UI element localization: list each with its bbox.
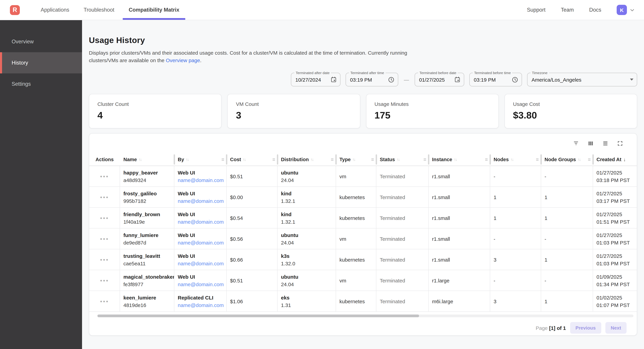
timezone-select[interactable]: Timezone America/Los_Angeles: [527, 73, 637, 86]
column-separator[interactable]: [540, 154, 542, 165]
column-drag-handle-icon[interactable]: =: [536, 157, 539, 162]
row-actions-button[interactable]: ●●●: [89, 187, 120, 207]
docs-link[interactable]: Docs: [589, 7, 601, 13]
tab-troubleshoot[interactable]: Troubleshoot: [76, 0, 122, 20]
column-separator[interactable]: [592, 154, 594, 165]
tab-applications[interactable]: Applications: [34, 0, 76, 20]
overview-page-link[interactable]: Overview page: [166, 57, 200, 63]
page-prefix: Page: [536, 325, 548, 331]
created-by-email-link[interactable]: name@domain.com: [178, 281, 226, 287]
column-header-created-at[interactable]: Created At ↓: [593, 153, 637, 166]
column-drag-handle-icon[interactable]: =: [485, 157, 488, 162]
team-link[interactable]: Team: [561, 7, 574, 13]
distribution-name: kind: [281, 190, 336, 196]
distribution-version: 1.32.0: [281, 260, 336, 266]
sidebar-item-overview[interactable]: Overview: [0, 31, 82, 52]
chevron-down-icon[interactable]: [629, 7, 635, 13]
avatar[interactable]: K: [617, 5, 627, 15]
terminated-before-time-field[interactable]: Terminated before time 03:19 PM: [469, 73, 522, 86]
sort-icon[interactable]: ↑↓: [310, 157, 313, 162]
distribution-name: ubuntu: [281, 232, 336, 238]
columns-icon[interactable]: [588, 140, 594, 146]
horizontal-scrollbar-track[interactable]: [98, 315, 634, 317]
distribution-cell: ubuntu 24.04: [278, 228, 336, 249]
column-header-name[interactable]: Name ↑↓: [120, 153, 174, 166]
column-separator[interactable]: [174, 154, 175, 165]
column-drag-handle-icon[interactable]: =: [331, 157, 334, 162]
stat-cards: Cluster Count 4 VM Count 3 Usage Minutes…: [89, 94, 637, 128]
calendar-icon[interactable]: [454, 76, 460, 83]
distribution-version: 24.04: [281, 177, 336, 183]
filter-icon[interactable]: [573, 140, 579, 146]
tab-compatibility-matrix[interactable]: Compatibility Matrix: [122, 0, 186, 20]
sort-icon[interactable]: ↑↓: [510, 157, 513, 162]
created-by-email-link[interactable]: name@domain.com: [178, 260, 226, 266]
column-drag-handle-icon[interactable]: =: [272, 157, 275, 162]
column-separator[interactable]: [277, 154, 278, 165]
sort-icon[interactable]: ↑↓: [138, 157, 141, 162]
sidebar: Overview History Settings: [0, 20, 82, 349]
stat-label: Cluster Count: [98, 101, 213, 107]
created-by-email-link[interactable]: name@domain.com: [178, 302, 226, 308]
cluster-id: de9ed87d: [124, 240, 174, 245]
density-icon[interactable]: [602, 140, 608, 146]
terminated-after-date-field[interactable]: Terminated after date 10/27/2024: [291, 73, 340, 86]
column-separator[interactable]: [428, 154, 429, 165]
column-header-by[interactable]: By ↑↓ =: [174, 153, 227, 166]
support-link[interactable]: Support: [527, 7, 546, 13]
row-actions-button[interactable]: ●●●: [89, 249, 120, 270]
column-header-distribution[interactable]: Distribution ↑↓ =: [278, 153, 336, 166]
column-header-cost[interactable]: Cost ↑↓ =: [227, 153, 278, 166]
clock-icon[interactable]: [512, 76, 518, 83]
column-drag-handle-icon[interactable]: =: [424, 157, 426, 162]
nodes-cell: 3: [490, 249, 541, 270]
node-groups-cell: -: [541, 166, 593, 186]
column-drag-handle-icon[interactable]: =: [371, 157, 374, 162]
clock-icon[interactable]: [388, 76, 394, 83]
column-header-node-groups[interactable]: Node Groups ↑↓ =: [541, 153, 593, 166]
row-actions-button[interactable]: ●●●: [89, 270, 120, 291]
calendar-icon[interactable]: [330, 76, 337, 83]
sort-icon[interactable]: ↑↓: [578, 157, 580, 162]
terminated-after-time-field[interactable]: Terminated after time 03:19 PM: [346, 73, 398, 86]
row-actions-button[interactable]: ●●●: [89, 166, 120, 186]
by-cell: Web UI name@domain.com: [174, 228, 227, 249]
sidebar-item-history[interactable]: History: [0, 52, 82, 73]
node-groups-cell: 1: [541, 187, 593, 207]
cluster-name: funny_lumiere: [124, 232, 174, 238]
column-drag-handle-icon[interactable]: =: [588, 157, 591, 162]
horizontal-scrollbar-thumb[interactable]: [98, 315, 419, 317]
table-row: ●●● magical_stonebraker fe3f8977 Web UI …: [89, 270, 637, 291]
type-cell: kubernetes: [336, 291, 376, 312]
row-actions-button[interactable]: ●●●: [89, 228, 120, 249]
column-header-instance[interactable]: Instance ↑↓ =: [429, 153, 490, 166]
replicated-logo[interactable]: R: [10, 5, 20, 15]
created-by-email-link[interactable]: name@domain.com: [178, 198, 226, 204]
created-by-email-link[interactable]: name@domain.com: [178, 240, 226, 245]
fullscreen-icon[interactable]: [617, 140, 623, 146]
sort-icon[interactable]: ↑↓: [352, 157, 355, 162]
sort-icon[interactable]: ↑↓: [397, 157, 400, 162]
row-actions-button[interactable]: ●●●: [89, 208, 120, 228]
by-cell: Web UI name@domain.com: [174, 166, 227, 186]
column-separator[interactable]: [226, 154, 227, 165]
column-header-status[interactable]: Status ↑↓ =: [376, 153, 429, 166]
previous-page-button[interactable]: Previous: [570, 322, 601, 334]
created-by-email-link[interactable]: name@domain.com: [178, 177, 226, 183]
next-page-button[interactable]: Next: [605, 322, 626, 334]
column-separator[interactable]: [335, 154, 337, 165]
column-drag-handle-icon[interactable]: =: [222, 157, 224, 162]
column-separator[interactable]: [376, 154, 377, 165]
page-info: [1] of 1: [549, 325, 566, 331]
row-actions-button[interactable]: ●●●: [89, 291, 120, 312]
sort-desc-icon[interactable]: ↓: [624, 157, 626, 162]
sort-icon[interactable]: ↑↓: [454, 157, 457, 162]
sort-icon[interactable]: ↑↓: [243, 157, 246, 162]
created-by-email-link[interactable]: name@domain.com: [178, 219, 226, 225]
column-separator[interactable]: [490, 154, 491, 165]
sort-icon[interactable]: ↑↓: [186, 157, 188, 162]
column-header-nodes[interactable]: Nodes ↑↓ =: [490, 153, 541, 166]
sidebar-item-settings[interactable]: Settings: [0, 73, 82, 95]
column-header-type[interactable]: Type ↑↓ =: [336, 153, 376, 166]
terminated-before-date-field[interactable]: Terminated before date 01/27/2025: [415, 73, 464, 86]
